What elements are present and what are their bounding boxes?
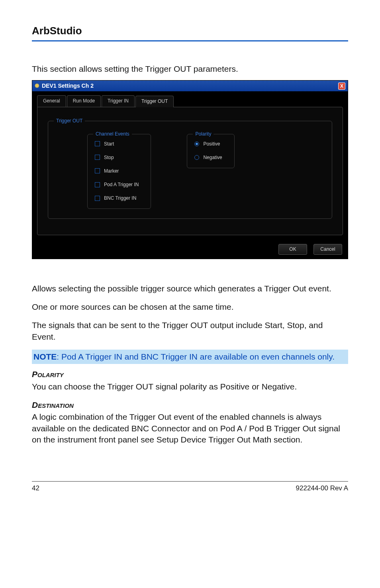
body-para-2: One or more sources can be chosen at the… — [32, 301, 348, 313]
checkbox-icon — [95, 168, 100, 173]
tab-run-mode[interactable]: Run Mode — [67, 95, 101, 106]
note-box: NOTE: Pod A Trigger IN and BNC Trigger I… — [32, 350, 348, 364]
checkbox-start[interactable]: Start — [95, 141, 139, 147]
checkbox-pod-a-label: Pod A Trigger IN — [104, 181, 139, 188]
checkbox-pod-a-trigger-in[interactable]: Pod A Trigger IN — [95, 181, 139, 188]
note-label: NOTE — [33, 352, 57, 361]
group-polarity: Polarity Positive Negative — [187, 134, 234, 168]
checkbox-icon — [95, 141, 100, 146]
checkbox-icon — [95, 182, 100, 187]
dialog-titlebar: ✺ DEV1 Settings Ch 2 X — [32, 81, 348, 91]
checkbox-stop-label: Stop — [104, 154, 114, 161]
footer-doc-rev: 922244-00 Rev A — [296, 484, 348, 493]
footer-page-number: 42 — [32, 484, 39, 493]
checkbox-marker-label: Marker — [104, 168, 119, 174]
checkbox-stop[interactable]: Stop — [95, 154, 139, 161]
body-para-1: Allows selecting the possible trigger so… — [32, 283, 348, 294]
group-polarity-title: Polarity — [193, 131, 214, 137]
radio-positive-label: Positive — [203, 141, 220, 147]
cancel-button[interactable]: Cancel — [313, 244, 342, 254]
radio-negative-label: Negative — [203, 154, 222, 161]
checkbox-bnc-label: BNC Trigger IN — [104, 195, 136, 201]
tab-trigger-out[interactable]: Trigger OUT — [135, 96, 174, 107]
radio-icon — [194, 142, 199, 146]
checkbox-icon — [95, 196, 100, 201]
tab-trigger-in[interactable]: Trigger IN — [102, 95, 135, 106]
dialog-title: DEV1 Settings Ch 2 — [42, 82, 94, 90]
destination-text: A logic combination of the Trigger Out e… — [32, 411, 348, 445]
note-text: : Pod A Trigger IN and BNC Trigger IN ar… — [57, 352, 335, 361]
subhead-polarity: Polarity — [32, 369, 348, 380]
polarity-text: You can choose the Trigger OUT signal po… — [32, 381, 348, 392]
group-trigger-out: Trigger OUT Channel Events Start Stop Ma… — [48, 121, 332, 219]
ok-button[interactable]: OK — [278, 244, 307, 254]
subhead-destination: Destination — [32, 399, 348, 411]
checkbox-bnc-trigger-in[interactable]: BNC Trigger IN — [95, 195, 139, 201]
tab-panel-trigger-out: Trigger OUT Channel Events Start Stop Ma… — [37, 107, 343, 236]
group-trigger-out-title: Trigger OUT — [54, 118, 85, 124]
body-para-3: The signals that can be sent to the Trig… — [32, 320, 348, 342]
page-footer: 42 922244-00 Rev A — [32, 481, 348, 493]
dialog-footer: OK Cancel — [32, 240, 348, 258]
checkbox-icon — [95, 155, 100, 160]
radio-icon — [194, 155, 199, 160]
tab-row: General Run Mode Trigger IN Trigger OUT — [37, 95, 343, 106]
settings-dialog: ✺ DEV1 Settings Ch 2 X General Run Mode … — [32, 80, 348, 259]
radio-negative[interactable]: Negative — [194, 154, 222, 161]
gear-icon: ✺ — [35, 82, 39, 90]
group-channel-events-title: Channel Events — [93, 131, 132, 137]
checkbox-marker[interactable]: Marker — [95, 168, 139, 174]
close-icon[interactable]: X — [338, 83, 345, 90]
radio-positive[interactable]: Positive — [194, 141, 222, 147]
group-channel-events: Channel Events Start Stop Marker Pod A T… — [87, 134, 151, 209]
page-title: ArbStudio — [32, 24, 348, 41]
section-intro: This section allows setting the Trigger … — [32, 63, 348, 75]
checkbox-start-label: Start — [104, 141, 114, 147]
tab-general[interactable]: General — [37, 95, 66, 106]
